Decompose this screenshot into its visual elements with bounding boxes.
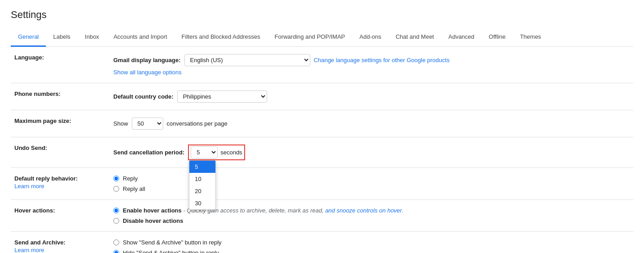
tab-chat[interactable]: Chat and Meet [389,28,441,47]
tab-addons[interactable]: Add-ons [352,28,388,47]
show-send-archive-option[interactable]: Show "Send & Archive" button in reply [113,239,630,246]
show-label: Show [113,120,128,127]
cancellation-dropdown: 5 10 20 30 [189,160,216,210]
disable-hover-radio[interactable] [113,218,119,224]
show-all-languages-link[interactable]: Show all language options [113,69,182,76]
tab-forwarding[interactable]: Forwarding and POP/IMAP [267,28,352,47]
dropdown-option-30[interactable]: 30 [189,197,215,209]
disable-hover-label: Disable hover actions [123,217,183,224]
language-content: Gmail display language: English (US) Cha… [110,47,633,83]
phone-content: Default country code: Philippines [110,83,633,110]
send-archive-label-cell: Send and Archive: Learn more [11,232,110,253]
settings-table: Language: Gmail display language: Englis… [11,47,633,253]
dropdown-option-5[interactable]: 5 [189,161,215,173]
hide-send-archive-radio[interactable] [113,250,119,253]
language-inline: Gmail display language: English (US) Cha… [113,54,630,66]
hide-send-archive-label: Hide "Send & Archive" button in reply [123,249,219,253]
hover-actions-row: Hover actions: Enable hover actions - Qu… [11,200,633,232]
seconds-label: seconds [220,149,242,156]
undo-send-select-row: 5 10 20 30 seconds [191,146,242,158]
send-archive-label-group: Send and Archive: Learn more [14,239,103,253]
settings-page: Settings General Labels Inbox Accounts a… [0,0,644,253]
default-country-label: Default country code: [113,93,174,100]
hover-actions-content: Enable hover actions - Quickly gain acce… [110,200,633,232]
tab-accounts[interactable]: Accounts and Import [106,28,174,47]
settings-tabs: General Labels Inbox Accounts and Import… [11,28,633,47]
language-select[interactable]: English (US) [184,54,310,66]
default-reply-label-group: Default reply behavior: Learn more [14,175,103,190]
language-row: Language: Gmail display language: Englis… [11,47,633,83]
enable-hover-radio[interactable] [113,208,119,213]
country-select[interactable]: Philippines [177,90,267,103]
show-send-archive-label: Show "Send & Archive" button in reply [123,239,222,246]
reply-all-label: Reply all [123,185,145,192]
hide-send-archive-option[interactable]: Hide "Send & Archive" button in reply [113,249,630,253]
tab-themes[interactable]: Themes [513,28,548,47]
dropdown-option-10[interactable]: 10 [189,173,215,185]
page-size-inline: Show 10 15 20 25 50 100 conversations pe… [113,117,630,130]
change-language-link[interactable]: Change language settings for other Googl… [314,57,450,63]
default-reply-label: Default reply behavior: [14,175,103,182]
send-archive-learn-more[interactable]: Learn more [14,247,103,253]
language-label: Language: [11,47,110,83]
cancellation-period-label: Send cancellation period: [113,149,184,156]
undo-send-content: Send cancellation period: 5 10 20 30 sec… [110,137,633,168]
default-reply-learn-more[interactable]: Learn more [14,183,103,190]
hover-actions-label: Hover actions: [11,200,110,232]
show-send-archive-radio[interactable] [113,239,119,245]
disable-hover-option[interactable]: Disable hover actions [113,217,630,224]
tab-general[interactable]: General [11,28,46,47]
default-reply-content: Reply Reply all [110,168,633,200]
page-size-select[interactable]: 10 15 20 25 50 100 [132,117,163,130]
enable-hover-label: Enable hover actions - Quickly gain acce… [123,207,403,214]
send-archive-row: Send and Archive: Learn more Show "Send … [11,232,633,253]
page-size-content: Show 10 15 20 25 50 100 conversations pe… [110,110,633,137]
tab-advanced[interactable]: Advanced [441,28,482,47]
undo-send-inline: Send cancellation period: 5 10 20 30 sec… [113,145,630,160]
gmail-display-label: Gmail display language: [113,57,181,63]
cancellation-period-select[interactable]: 5 10 20 30 [191,146,218,158]
send-archive-label: Send and Archive: [14,239,103,246]
phone-label: Phone numbers: [11,83,110,110]
phone-row: Phone numbers: Default country code: Phi… [11,83,633,110]
conversations-label: conversations per page [167,120,228,127]
reply-radio[interactable] [113,176,119,181]
reply-label: Reply [123,175,138,182]
reply-all-radio[interactable] [113,186,119,192]
page-size-row: Maximum page size: Show 10 15 20 25 50 1… [11,110,633,137]
default-reply-label-cell: Default reply behavior: Learn more [11,168,110,200]
page-size-label: Maximum page size: [11,110,110,137]
send-archive-options: Show "Send & Archive" button in reply Hi… [113,239,630,253]
undo-send-bordered: 5 10 20 30 seconds 5 10 20 3 [188,145,245,160]
send-archive-content: Show "Send & Archive" button in reply Hi… [110,232,633,253]
tab-offline[interactable]: Offline [482,28,513,47]
tab-labels[interactable]: Labels [46,28,77,47]
tab-inbox[interactable]: Inbox [78,28,107,47]
undo-send-row: Undo Send: Send cancellation period: 5 1… [11,137,633,168]
phone-inline: Default country code: Philippines [113,90,630,103]
tab-filters[interactable]: Filters and Blocked Addresses [174,28,268,47]
undo-send-label: Undo Send: [11,137,110,168]
dropdown-option-20[interactable]: 20 [189,185,215,197]
default-reply-row: Default reply behavior: Learn more Reply… [11,168,633,200]
page-title: Settings [11,9,633,21]
